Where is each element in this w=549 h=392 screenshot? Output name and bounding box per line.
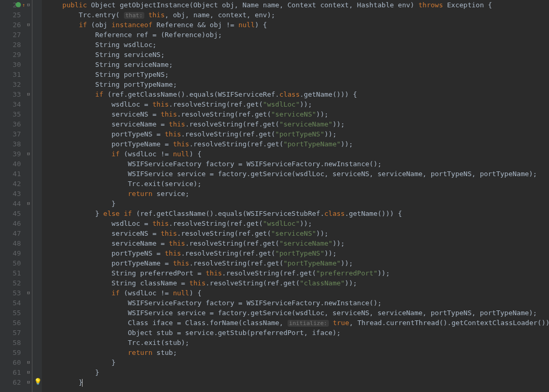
code-line[interactable]: portTypeName = this.resolveString(ref.ge… bbox=[46, 139, 549, 149]
text-caret bbox=[82, 379, 83, 387]
line-number: 26 bbox=[0, 20, 21, 30]
code-line[interactable]: return service; bbox=[46, 189, 549, 199]
code-line[interactable]: WSIFService service = factory.getService… bbox=[46, 308, 549, 318]
code-line[interactable]: wsdlLoc = this.resolveString(ref.get("ws… bbox=[46, 99, 549, 109]
line-number: 52 bbox=[0, 278, 21, 288]
code-editor[interactable]: ↑ 24252627282930313233343536373839404142… bbox=[0, 0, 549, 392]
code-line[interactable]: String serviceNS; bbox=[46, 50, 549, 60]
line-number: 25 bbox=[0, 10, 21, 20]
line-number: 43 bbox=[0, 189, 21, 199]
line-number: 36 bbox=[0, 119, 21, 129]
code-line[interactable]: } bbox=[46, 367, 549, 377]
code-line[interactable]: serviceNS = this.resolveString(ref.get("… bbox=[46, 109, 549, 119]
line-number: 46 bbox=[0, 218, 21, 228]
line-number-gutter: ↑ 24252627282930313233343536373839404142… bbox=[0, 0, 25, 392]
line-number: 38 bbox=[0, 139, 21, 149]
code-line[interactable]: if (ref.getClassName().equals(WSIFServic… bbox=[46, 89, 549, 99]
fold-toggle-icon[interactable]: ⊟ bbox=[26, 360, 31, 365]
fold-toggle-icon[interactable]: ⊟ bbox=[26, 152, 31, 156]
line-number: 41 bbox=[0, 169, 21, 179]
code-area[interactable]: public Object getObjectInstance(Object o… bbox=[42, 0, 549, 392]
code-line[interactable]: String className = this.resolveString(re… bbox=[46, 278, 549, 288]
code-line[interactable]: wsdlLoc = this.resolveString(ref.get("ws… bbox=[46, 218, 549, 228]
code-line[interactable]: WSIFServiceFactory factory = WSIFService… bbox=[46, 159, 549, 169]
line-number: 42 bbox=[0, 179, 21, 189]
line-number: 45 bbox=[0, 209, 21, 218]
code-line[interactable]: public Object getObjectInstance(Object o… bbox=[46, 0, 549, 10]
code-line[interactable]: portTypeNS = this.resolveString(ref.get(… bbox=[46, 248, 549, 258]
fold-toggle-icon[interactable]: ⊟ bbox=[26, 380, 31, 385]
line-number: 37 bbox=[0, 129, 21, 139]
code-line[interactable]: Trc.exit(service); bbox=[46, 179, 549, 189]
code-line[interactable]: String serviceName; bbox=[46, 60, 549, 70]
line-number: 48 bbox=[0, 238, 21, 248]
line-number: 27 bbox=[0, 30, 21, 40]
line-number: 55 bbox=[0, 308, 21, 318]
intention-bulb-icon[interactable]: 💡 bbox=[34, 378, 40, 385]
line-number: 32 bbox=[0, 79, 21, 89]
code-line[interactable]: Trc.exit(stub); bbox=[46, 338, 549, 348]
code-line[interactable]: } bbox=[46, 377, 549, 387]
line-number: 51 bbox=[0, 268, 21, 278]
code-line[interactable]: serviceName = this.resolveString(ref.get… bbox=[46, 119, 549, 129]
line-number: 33 bbox=[0, 89, 21, 99]
code-line[interactable]: WSIFService service = factory.getService… bbox=[46, 169, 549, 179]
fold-gutter: ⊟⊟⊟⊟⊟⊟⊟⊟⊟ bbox=[25, 0, 32, 392]
code-line[interactable]: } bbox=[46, 199, 549, 209]
code-line[interactable]: serviceNS = this.resolveString(ref.get("… bbox=[46, 228, 549, 238]
line-number: 57 bbox=[0, 328, 21, 338]
line-number: 35 bbox=[0, 109, 21, 119]
code-line[interactable]: } else if (ref.getClassName().equals(WSI… bbox=[46, 209, 549, 218]
code-line[interactable]: if (obj instanceof Reference && obj != n… bbox=[46, 20, 549, 30]
code-line[interactable]: } bbox=[46, 358, 549, 367]
line-number: 56 bbox=[0, 318, 21, 328]
code-line[interactable]: String portTypeName; bbox=[46, 79, 549, 89]
code-line[interactable]: return stub; bbox=[46, 348, 549, 358]
line-number: 50 bbox=[0, 258, 21, 268]
code-line[interactable]: serviceName = this.resolveString(ref.get… bbox=[46, 238, 549, 248]
code-line[interactable]: String wsdlLoc; bbox=[46, 40, 549, 50]
line-number: 49 bbox=[0, 248, 21, 258]
line-number: 39 bbox=[0, 149, 21, 159]
line-number: 31 bbox=[0, 70, 21, 79]
fold-toggle-icon[interactable]: ⊟ bbox=[26, 291, 31, 295]
line-number: 58 bbox=[0, 338, 21, 348]
line-number: 53 bbox=[0, 288, 21, 298]
line-number: 44 bbox=[0, 199, 21, 209]
code-line[interactable]: Reference ref = (Reference)obj; bbox=[46, 30, 549, 40]
override-gutter-icon[interactable] bbox=[16, 2, 21, 7]
marker-gutter: 💡 bbox=[32, 0, 42, 392]
code-line[interactable]: Class iface = Class.forName(className, i… bbox=[46, 318, 549, 328]
line-number: 62 bbox=[0, 377, 21, 387]
fold-toggle-icon[interactable]: ⊟ bbox=[26, 370, 31, 375]
fold-toggle-icon[interactable]: ⊟ bbox=[26, 22, 31, 27]
fold-toggle-icon[interactable]: ⊟ bbox=[26, 92, 31, 97]
code-line[interactable]: if (wsdlLoc != null) { bbox=[46, 288, 549, 298]
code-line[interactable]: Trc.entry( that: this, obj, name, contex… bbox=[46, 10, 549, 20]
line-number: 40 bbox=[0, 159, 21, 169]
fold-toggle-icon[interactable]: ⊟ bbox=[26, 3, 31, 7]
line-number: 28 bbox=[0, 40, 21, 50]
code-line[interactable]: portTypeName = this.resolveString(ref.ge… bbox=[46, 258, 549, 268]
line-number: 34 bbox=[0, 99, 21, 109]
code-line[interactable]: String portTypeNS; bbox=[46, 70, 549, 79]
code-line[interactable]: String preferredPort = this.resolveStrin… bbox=[46, 268, 549, 278]
line-number: 60 bbox=[0, 358, 21, 367]
line-number: 47 bbox=[0, 228, 21, 238]
code-line[interactable]: Object stub = service.getStub(preferredP… bbox=[46, 328, 549, 338]
line-number: 30 bbox=[0, 60, 21, 70]
code-line[interactable]: portTypeNS = this.resolveString(ref.get(… bbox=[46, 129, 549, 139]
code-line[interactable]: if (wsdlLoc != null) { bbox=[46, 149, 549, 159]
line-number: 29 bbox=[0, 50, 21, 60]
code-line[interactable]: WSIFServiceFactory factory = WSIFService… bbox=[46, 298, 549, 308]
line-number: 54 bbox=[0, 298, 21, 308]
fold-toggle-icon[interactable]: ⊟ bbox=[26, 201, 31, 206]
line-number: 59 bbox=[0, 348, 21, 358]
line-number: 61 bbox=[0, 367, 21, 377]
